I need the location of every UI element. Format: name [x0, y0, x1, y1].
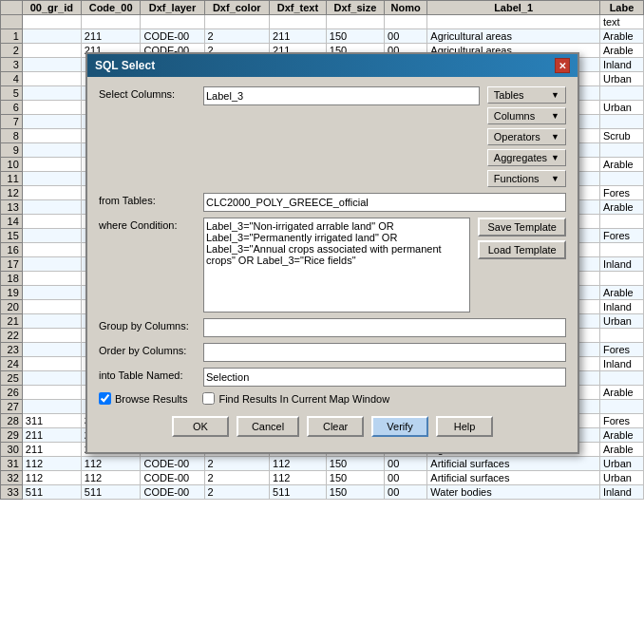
row-num: 23: [1, 343, 23, 357]
row-num: 29: [1, 428, 23, 443]
save-load-buttons: Save Template Load Template: [478, 218, 566, 259]
row-num: 19: [1, 286, 23, 300]
columns-arrow-icon: ▼: [551, 111, 559, 121]
row-num: 5: [1, 86, 23, 101]
aggregates-button[interactable]: Aggregates ▼: [487, 149, 566, 166]
functions-arrow-icon: ▼: [551, 174, 559, 183]
row-num: 4: [1, 72, 23, 86]
clear-button[interactable]: Clear: [307, 416, 364, 437]
col-header-layer: Dxf_layer: [141, 1, 204, 15]
row-num: 3: [1, 58, 23, 72]
row-num: 2: [1, 44, 23, 58]
from-tables-label: from Tables:: [99, 193, 203, 206]
col-header-size: Dxf_size: [326, 1, 384, 15]
row-num: 6: [1, 101, 23, 115]
right-buttons-area: Tables ▼ Columns ▼ Operators ▼ Aggregate…: [487, 86, 566, 187]
into-table-label: into Table Named:: [99, 368, 203, 381]
row-num: 11: [1, 172, 23, 186]
table-row: 33 511 511 CODE-00 2 511 150 00 Water bo…: [1, 485, 644, 500]
row-num: 16: [1, 243, 23, 257]
col-header-color: Dxf_color: [204, 1, 269, 15]
row-num: 15: [1, 229, 23, 243]
dialog-close-button[interactable]: ✕: [555, 58, 570, 73]
row-num: 24: [1, 357, 23, 371]
group-by-row: Group by Columns:: [99, 318, 566, 337]
help-button[interactable]: Help: [436, 416, 493, 437]
col-header-gr-id: 00_gr_id: [22, 1, 81, 15]
col-header-label: Labe: [599, 1, 643, 15]
row-num: 14: [1, 215, 23, 229]
table-row: 1 211 CODE-00 2 211 150 00 Agricultural …: [1, 29, 644, 44]
row-num: 17: [1, 257, 23, 272]
row-num: 8: [1, 129, 23, 143]
row-num: 12: [1, 186, 23, 200]
where-condition-row: where Condition: Save Template Load Temp…: [99, 218, 566, 313]
find-results-label: Find Results In Current Map Window: [218, 393, 389, 405]
dialog-footer: OK Cancel Clear Verify Help: [99, 412, 566, 443]
row-num: 21: [1, 314, 23, 329]
dialog-titlebar: SQL Select ✕: [87, 54, 578, 77]
row-num: 31: [1, 457, 23, 471]
into-table-input[interactable]: [203, 368, 566, 387]
table-row: 32 112 112 CODE-00 2 112 150 00 Artifici…: [1, 471, 644, 485]
order-by-row: Order by Columns:: [99, 343, 566, 362]
aggregates-arrow-icon: ▼: [551, 153, 559, 162]
tables-arrow-icon: ▼: [551, 90, 559, 100]
browse-results-checkbox[interactable]: [99, 392, 111, 405]
col-header-nomo: Nomo: [385, 1, 427, 15]
operators-arrow-icon: ▼: [551, 132, 559, 142]
ok-button[interactable]: OK: [172, 416, 229, 437]
row-num: 10: [1, 158, 23, 172]
save-template-button[interactable]: Save Template: [478, 218, 566, 237]
browse-results-label: Browse Results: [115, 393, 187, 405]
select-columns-row: Select Columns: Tables ▼ Columns ▼ Opera…: [99, 86, 566, 187]
functions-button[interactable]: Functions ▼: [487, 170, 566, 187]
col-header-code: Code_00: [81, 1, 141, 15]
columns-button[interactable]: Columns ▼: [487, 107, 566, 124]
sql-select-dialog: SQL Select ✕ Select Columns: Tables ▼ Co…: [85, 52, 579, 454]
select-columns-input[interactable]: [203, 86, 480, 105]
table-row: 31 112 112 CODE-00 2 112 150 00 Artifici…: [1, 457, 644, 471]
where-condition-textarea[interactable]: [203, 218, 470, 313]
order-by-label: Order by Columns:: [99, 343, 203, 356]
row-num: 13: [1, 200, 23, 215]
row-num: 30: [1, 443, 23, 457]
select-columns-label: Select Columns:: [99, 86, 203, 100]
row-num: 25: [1, 371, 23, 386]
row-num: 33: [1, 485, 23, 500]
cancel-button[interactable]: Cancel: [237, 416, 299, 437]
tables-button[interactable]: Tables ▼: [487, 86, 566, 104]
load-template-button[interactable]: Load Template: [478, 240, 566, 259]
row-num: 1: [1, 29, 23, 44]
operators-button[interactable]: Operators ▼: [487, 128, 566, 145]
find-results-checkbox[interactable]: [202, 392, 215, 405]
row-num: 9: [1, 143, 23, 158]
dialog-title: SQL Select: [95, 59, 155, 72]
row-num: 28: [1, 414, 23, 428]
col-header-text: Dxf_text: [270, 1, 327, 15]
verify-button[interactable]: Verify: [371, 416, 428, 437]
group-by-label: Group by Columns:: [99, 318, 203, 331]
col-header-label1: Label_1: [427, 1, 600, 15]
table-row: text: [1, 15, 644, 29]
from-tables-input[interactable]: [203, 193, 566, 212]
row-num: 32: [1, 471, 23, 485]
col-header-empty: [1, 1, 23, 15]
row-num: 7: [1, 115, 23, 129]
row-num: [1, 15, 23, 29]
row-num: 26: [1, 386, 23, 400]
order-by-input[interactable]: [203, 343, 566, 362]
row-num: 27: [1, 400, 23, 414]
where-condition-label: where Condition:: [99, 218, 203, 231]
into-table-row: into Table Named:: [99, 368, 566, 387]
group-by-input[interactable]: [203, 318, 566, 337]
row-num: 20: [1, 300, 23, 314]
from-tables-row: from Tables:: [99, 193, 566, 212]
checkboxes-row: Browse Results Find Results In Current M…: [99, 392, 566, 405]
row-num: 22: [1, 329, 23, 343]
row-num: 18: [1, 272, 23, 286]
